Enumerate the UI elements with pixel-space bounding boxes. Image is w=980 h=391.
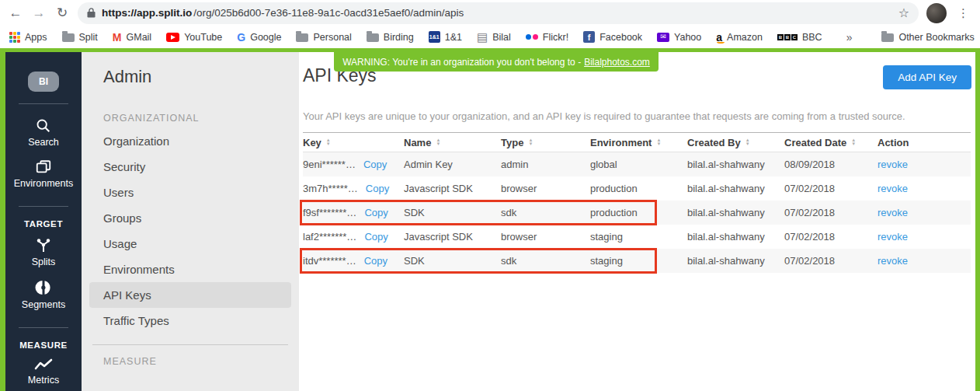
nav-item-api-keys[interactable]: API Keys [89,282,291,308]
copy-link[interactable]: Copy [364,231,387,243]
revoke-link[interactable]: revoke [877,231,908,243]
sidebar-item-label: Segments [22,299,65,310]
sidebar-item-search[interactable]: Search [28,117,59,148]
sort-icon[interactable]: ▲▼ [436,138,440,146]
segments-icon [34,278,53,297]
bookmark-facebook[interactable]: fFacebook [583,31,642,43]
chrome-menu-icon[interactable]: ⋮ [954,6,972,20]
bookmark-star-icon[interactable]: ☆ [898,5,909,20]
header-label: Type [501,137,523,148]
forward-icon[interactable]: → [31,5,47,21]
bookmark-label: Flickr! [543,32,568,43]
environment-cell: production [590,183,687,194]
copy-link[interactable]: Copy [364,207,387,218]
bookmark-gmail[interactable]: MGMail [113,31,151,44]
bookmarks-overflow-icon[interactable]: » [846,31,853,44]
app-sidebar: BI Search Environments TARGET Splits Seg… [5,52,82,391]
bookmark-label: Apps [25,32,47,43]
created-date-cell: 08/09/2018 [784,159,877,170]
bookmarks-bar: Apps Split MGMail YouTube GGoogle Person… [0,26,980,48]
bookmark-label: Google [250,32,281,43]
sidebar-item-environments[interactable]: Environments [14,159,73,189]
revoke-link[interactable]: revoke [877,183,908,194]
copy-link[interactable]: Copy [364,255,387,267]
1and1-icon: 1&1 [429,31,440,43]
bookmark-label: GMail [127,32,152,43]
environments-icon [34,159,53,176]
nav-item-users[interactable]: Users [89,180,291,205]
created-date-cell: 07/02/2018 [784,183,877,194]
sort-icon[interactable]: ▲▼ [656,138,661,146]
nav-item-groups[interactable]: Groups [89,205,291,231]
type-cell: sdk [501,207,590,218]
bookmark-personal[interactable]: Personal [296,32,351,43]
name-cell: Javascript SDK [404,231,501,243]
table-row: 3m7h*****…Copy Javascript SDK browser pr… [303,176,971,201]
copy-link[interactable]: Copy [366,183,389,194]
bookmark-youtube[interactable]: YouTube [166,32,222,43]
type-cell: admin [501,159,590,170]
bookmark-yahoo[interactable]: ✉Yahoo [657,32,701,43]
bookmark-label: Birding [384,32,414,43]
copy-link[interactable]: Copy [363,159,387,170]
key-cell: 9eni******…Copy [303,159,404,170]
warning-text: WARNING: You're in an organization you d… [342,57,581,68]
nav-item-usage[interactable]: Usage [89,231,291,257]
sort-icon[interactable]: ▲▼ [745,138,750,146]
nav-item-security[interactable]: Security [89,154,291,180]
sort-icon[interactable]: ▲▼ [528,138,533,146]
other-bookmarks[interactable]: Other Bookmarks [881,32,974,43]
environment-cell: staging [590,231,687,243]
revoke-link[interactable]: revoke [877,255,908,267]
nav-item-traffic-types[interactable]: Traffic Types [89,308,291,333]
nav-item-event-types[interactable]: Event Types [89,378,291,382]
nav-item-environments[interactable]: Environments [89,257,291,282]
header-type: Type▲▼ [501,137,590,148]
address-bar[interactable]: https://app.split.io/org/025b6d00-7e36-1… [78,2,919,24]
bookmark-birding[interactable]: Birding [367,32,414,43]
revoke-link[interactable]: revoke [877,207,908,218]
browser-profile-avatar[interactable] [926,3,947,23]
bookmark-label: Amazon [727,32,763,43]
warning-link[interactable]: Bilalphotos.com [584,57,650,68]
revoke-link[interactable]: revoke [877,159,908,170]
sort-down-icon: ▼ [436,142,440,146]
back-icon[interactable]: ← [8,5,23,21]
bookmark-bilal[interactable]: ▤Bilal [477,30,511,44]
bookmark-amazon[interactable]: aAmazon [716,31,763,44]
page-description: Your API keys are unique to your organiz… [303,110,971,122]
bbc-letter: C [791,34,798,40]
header-key: Key▲▼ [303,137,404,148]
bookmark-label: Other Bookmarks [898,32,974,43]
sort-icon[interactable]: ▲▼ [326,138,331,146]
created-by-cell: bilal.al-shahwany [687,159,784,170]
api-key-masked: 9eni******… [303,159,356,170]
add-api-key-button[interactable]: Add API Key [883,65,971,89]
url-domain: https://app.split.io [102,7,192,19]
sidebar-item-metrics[interactable]: Metrics [28,357,59,386]
created-by-cell: bilal.al-shahwany [687,207,784,218]
environment-cell: production [590,207,687,218]
reload-icon[interactable]: ↻ [54,5,70,21]
bookmark-apps[interactable]: Apps [9,32,47,43]
header-label: Created By [687,137,741,148]
sidebar-item-splits[interactable]: Splits [32,236,56,267]
app-page: BI Search Environments TARGET Splits Seg… [0,48,980,391]
bookmark-flickr[interactable]: Flickr! [526,32,568,43]
sort-icon[interactable]: ▲▼ [851,138,856,146]
youtube-icon [166,33,179,42]
nav-item-organization[interactable]: Organization [89,128,291,154]
sidebar-heading-measure: MEASURE [19,340,68,350]
bookmark-1and1[interactable]: 1&11&1 [429,31,462,43]
header-label: Created Date [784,137,846,148]
header-label: Key [303,137,321,148]
type-cell: browser [501,183,590,194]
sidebar-item-segments[interactable]: Segments [22,278,65,310]
bookmark-google[interactable]: GGoogle [237,31,281,44]
sidebar-divider [19,103,68,104]
created-date-cell: 07/02/2018 [784,207,877,218]
bookmark-bbc[interactable]: BBCBBC [777,32,822,43]
avatar[interactable]: BI [28,72,59,92]
header-label: Environment [590,137,652,148]
bookmark-split[interactable]: Split [62,32,98,43]
